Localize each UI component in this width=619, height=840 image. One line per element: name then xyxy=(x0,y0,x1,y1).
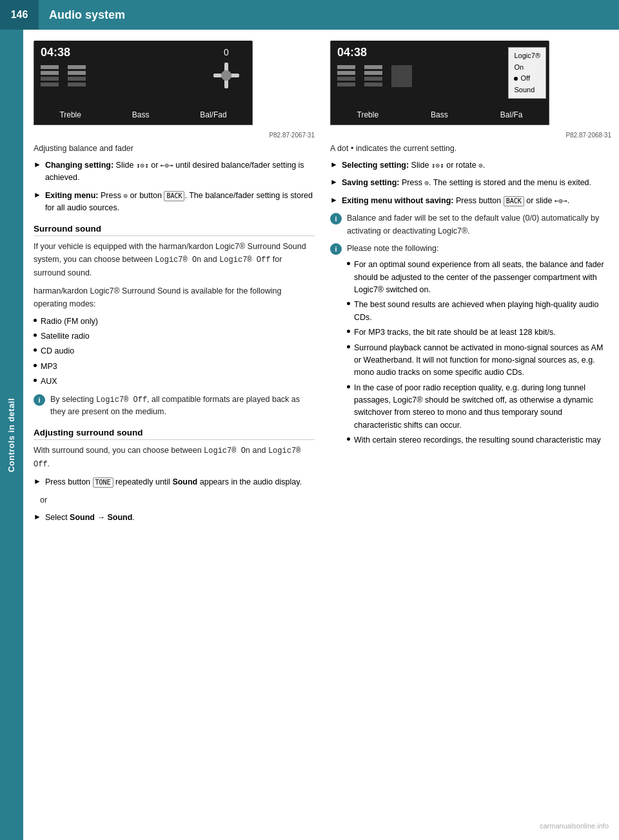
info-text-3-heading: Please note the following: xyxy=(347,243,611,255)
rbullet-2: The best sound results are achieved when… xyxy=(347,299,611,324)
instruction-changing: ► Changing setting: Slide ↕⊙↕ or ←⊙→ unt… xyxy=(34,159,315,185)
device-image-2: 04:38 xyxy=(330,41,549,125)
rbullet-6: With certain stereo recordings, the resu… xyxy=(347,434,611,446)
svg-rect-3 xyxy=(230,74,239,77)
or-text: or xyxy=(40,494,315,506)
bullet-satellite: Satellite radio xyxy=(34,330,315,343)
bullet-dot xyxy=(347,345,350,348)
device-label-bass: Bass xyxy=(132,110,150,119)
image-caption-1: P82.87·2067·31 xyxy=(34,132,315,139)
bar xyxy=(68,83,86,86)
bullet-text: Surround playback cannot be activated in… xyxy=(354,342,611,379)
rbullet-4: Surround playback cannot be activated in… xyxy=(347,342,611,379)
surround-sound-heading: Surround sound xyxy=(34,224,315,236)
menu-item-sound: Sound xyxy=(514,85,540,96)
bar xyxy=(364,77,382,81)
bullet-dot xyxy=(34,348,37,352)
dial-cross-svg xyxy=(211,60,242,91)
device-screen-1: 04:38 xyxy=(34,41,252,125)
bullet-dot xyxy=(347,385,350,388)
bar xyxy=(364,65,382,69)
right-column: 04:38 xyxy=(330,41,611,828)
dial-zero: 0 xyxy=(224,47,229,57)
arrow-icon-1: ► xyxy=(34,160,41,169)
bullet-dot xyxy=(347,437,350,441)
side-tab-label: Controls in detail xyxy=(7,397,17,472)
bullet-text: For MP3 tracks, the bit rate should be a… xyxy=(354,326,556,339)
bullet-text: Radio (FM only) xyxy=(41,315,98,328)
info-text-1: By selecting Logic7® Off, all compatible… xyxy=(50,394,315,419)
bar xyxy=(364,83,382,86)
bullet-dot xyxy=(347,262,350,265)
device-menu: Logic7® On Off Sound xyxy=(508,47,546,99)
bar xyxy=(364,71,382,75)
bar-group-5 xyxy=(391,65,412,87)
bar-groups xyxy=(41,65,86,86)
svg-point-4 xyxy=(221,70,231,81)
rbullet-3: For MP3 tracks, the bit rate should be a… xyxy=(347,326,611,339)
bar-group-1 xyxy=(41,65,59,86)
device-label-balfad-r: Bal/Fa xyxy=(500,110,523,119)
caption-balance: Adjusting balance and fader xyxy=(34,144,315,153)
arrow-icon-tone: ► xyxy=(34,477,41,486)
bullet-dot xyxy=(34,379,37,382)
bullet-text: For an optimal sound experience from all… xyxy=(354,259,611,296)
instruction-select-sound: ► Select Sound → Sound. xyxy=(34,512,315,524)
info-text-3-container: Please note the following: For an optima… xyxy=(347,243,611,451)
info-icon-2: i xyxy=(330,213,342,225)
bullet-text: MP3 xyxy=(41,361,57,373)
bar xyxy=(337,77,355,81)
device-time-2: 04:38 xyxy=(337,46,367,59)
bullet-radio: Radio (FM only) xyxy=(34,315,315,328)
svg-rect-0 xyxy=(224,63,228,72)
bar xyxy=(41,71,59,75)
bullet-dot xyxy=(347,330,350,333)
info-icon-3: i xyxy=(330,243,342,255)
bullet-dot xyxy=(34,319,37,322)
surround-body1: If your vehicle is equipped with the har… xyxy=(34,240,315,279)
dial-area: 0 xyxy=(211,47,242,91)
menu-item-logic7: Logic7® xyxy=(514,50,540,62)
header-bar: 146 Audio system xyxy=(0,0,619,30)
instruction-exiting-text: Exiting menu: Press ⊙ or button BACK. Th… xyxy=(45,190,315,215)
info-icon-1: i xyxy=(34,394,45,406)
arrow-icon-4: ► xyxy=(330,177,338,186)
main-content: 04:38 xyxy=(23,30,619,840)
device-image-1: 04:38 xyxy=(34,41,253,125)
surround-bullet-list: Radio (FM only) Satellite radio CD audio… xyxy=(34,315,315,388)
device-label-bass-r: Bass xyxy=(431,110,448,119)
bullet-dot xyxy=(347,302,350,305)
device-label-treble: Treble xyxy=(59,110,81,119)
instruction-saving: ► Saving setting: Press ⊙. The setting i… xyxy=(330,177,611,189)
arrow-icon-2: ► xyxy=(34,190,41,199)
left-column: 04:38 xyxy=(34,41,315,828)
bar xyxy=(68,71,86,75)
surround-body2: harman/kardon Logic7® Surround Sound is … xyxy=(34,285,315,310)
bullet-dot xyxy=(34,364,37,367)
bar-group-3 xyxy=(337,65,355,87)
instruction-tone: ► Press button TONE repeatedly until Sou… xyxy=(34,476,315,488)
device-screen-2: 04:38 xyxy=(331,41,549,125)
watermark: carmanualsonline.info xyxy=(540,822,609,830)
bar xyxy=(41,77,59,81)
bullet-text: With certain stereo recordings, the resu… xyxy=(354,434,601,446)
arrow-icon-select: ► xyxy=(34,512,41,521)
bar-groups-2 xyxy=(337,65,412,87)
instruction-changing-text: Changing setting: Slide ↕⊙↕ or ←⊙→ until… xyxy=(45,159,315,185)
bar xyxy=(41,83,59,86)
instruction-selecting-text: Selecting setting: Slide ↕⊙↕ or rotate ⊙… xyxy=(342,159,485,172)
bar xyxy=(337,71,355,75)
rbullet-5: In the case of poor radio reception qual… xyxy=(347,382,611,432)
instruction-selecting: ► Selecting setting: Slide ↕⊙↕ or rotate… xyxy=(330,159,611,172)
menu-dot xyxy=(514,77,518,81)
instruction-exiting-no-save: ► Exiting menu without saving: Press but… xyxy=(330,195,611,207)
bar xyxy=(391,65,412,87)
menu-item-on: On xyxy=(514,62,540,74)
bar xyxy=(41,65,59,69)
bar-group-4 xyxy=(364,65,382,87)
adjusting-body: With surround sound, you can choose betw… xyxy=(34,444,315,471)
arrow-icon-5: ► xyxy=(330,195,338,205)
svg-rect-2 xyxy=(213,74,222,77)
bullet-mp3: MP3 xyxy=(34,361,315,373)
caption-dot: A dot • indicates the current setting. xyxy=(330,144,611,153)
